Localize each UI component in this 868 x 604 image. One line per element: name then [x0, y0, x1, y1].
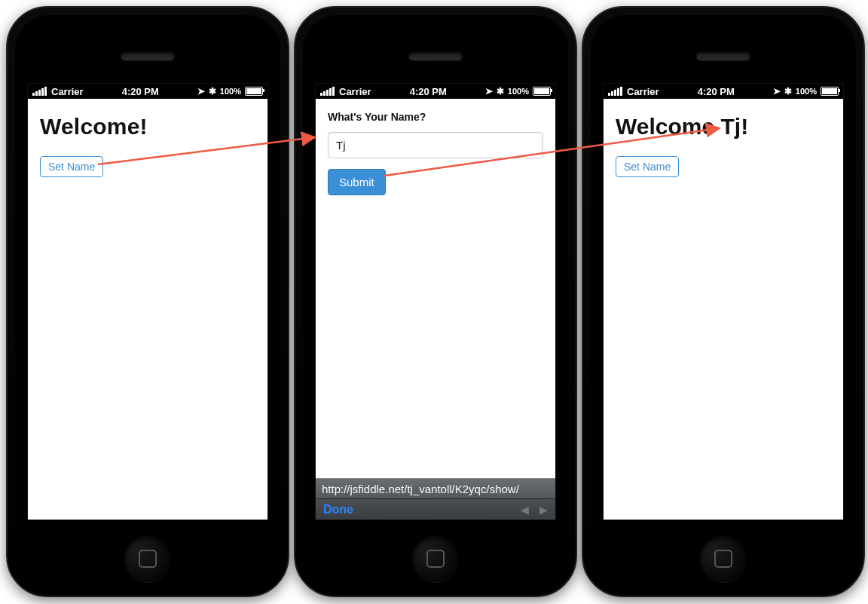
diagram-stage: Carrier 4:20 PM ➤ ✱ 100% Welcome! Set Na… [0, 0, 868, 604]
home-button[interactable] [124, 535, 171, 582]
keyboard-accessory-bar: Done ◀ ▶ [316, 498, 555, 520]
keyboard-prev-icon[interactable]: ◀ [521, 504, 529, 516]
home-button[interactable] [700, 535, 747, 582]
status-bar: Carrier 4:20 PM ➤ ✱ 100% [28, 84, 267, 99]
status-bar: Carrier 4:20 PM ➤ ✱ 100% [604, 84, 843, 99]
location-icon: ➤ [197, 86, 205, 97]
battery-percent: 100% [796, 87, 817, 96]
browser-url-bar[interactable]: http://jsfiddle.net/tj_vantoll/K2yqc/sho… [316, 478, 555, 499]
carrier-label: Carrier [339, 86, 371, 97]
phone-speaker [121, 51, 175, 60]
phone-frame-2: Carrier 4:20 PM ➤ ✱ 100% What's Your Nam… [294, 6, 577, 597]
phone-frame-3: Carrier 4:20 PM ➤ ✱ 100% Welcome Tj! Set… [582, 6, 865, 597]
signal-bars-icon [608, 87, 622, 96]
phone-frame-1: Carrier 4:20 PM ➤ ✱ 100% Welcome! Set Na… [6, 6, 289, 597]
carrier-label: Carrier [627, 86, 659, 97]
bluetooth-icon: ✱ [497, 86, 504, 97]
app-content-3: Welcome Tj! Set Name [604, 99, 843, 188]
name-prompt-label: What's Your Name? [328, 111, 543, 123]
status-time: 4:20 PM [84, 86, 197, 97]
battery-icon [245, 87, 263, 96]
app-content-1: Welcome! Set Name [28, 99, 267, 188]
keyboard-done-button[interactable]: Done [323, 503, 353, 517]
location-icon: ➤ [773, 86, 781, 97]
phone-screen-3: Carrier 4:20 PM ➤ ✱ 100% Welcome Tj! Set… [603, 83, 844, 520]
submit-button[interactable]: Submit [328, 169, 386, 195]
status-time: 4:20 PM [371, 86, 485, 97]
bluetooth-icon: ✱ [209, 86, 216, 97]
name-input[interactable] [328, 132, 543, 158]
phone-speaker [408, 51, 463, 60]
carrier-label: Carrier [51, 86, 84, 97]
welcome-title: Welcome! [40, 114, 255, 140]
keyboard-next-icon[interactable]: ▶ [539, 504, 548, 516]
phone-screen-2: Carrier 4:20 PM ➤ ✱ 100% What's Your Nam… [315, 83, 556, 520]
set-name-button[interactable]: Set Name [40, 156, 103, 177]
battery-percent: 100% [508, 87, 529, 96]
home-button[interactable] [412, 535, 459, 582]
set-name-button[interactable]: Set Name [616, 156, 679, 177]
phone-speaker [696, 51, 750, 60]
status-bar: Carrier 4:20 PM ➤ ✱ 100% [316, 84, 555, 99]
battery-percent: 100% [220, 87, 241, 96]
location-icon: ➤ [485, 86, 493, 97]
bluetooth-icon: ✱ [784, 86, 792, 97]
signal-bars-icon [32, 87, 47, 96]
phone-screen-1: Carrier 4:20 PM ➤ ✱ 100% Welcome! Set Na… [27, 83, 268, 520]
app-content-2: What's Your Name? Submit [316, 99, 555, 206]
welcome-title: Welcome Tj! [616, 114, 831, 140]
battery-icon [821, 87, 839, 96]
status-time: 4:20 PM [659, 86, 773, 97]
signal-bars-icon [320, 87, 335, 96]
battery-icon [533, 87, 551, 96]
